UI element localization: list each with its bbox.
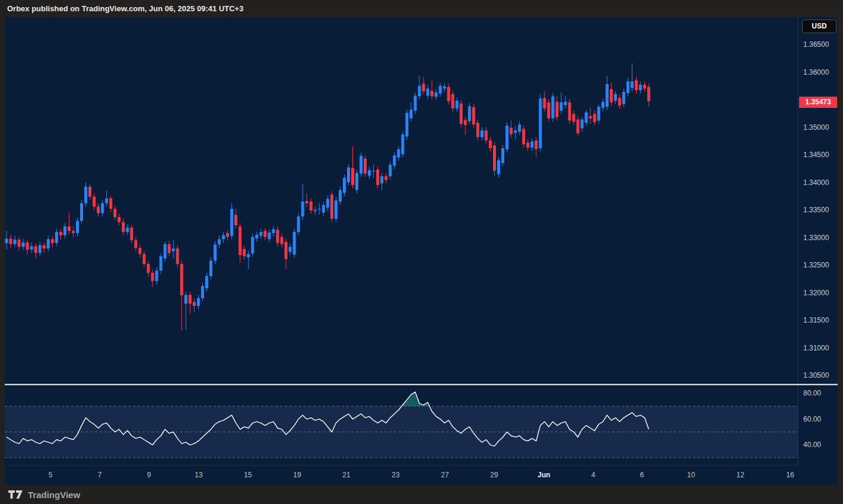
candle-body <box>418 86 421 97</box>
candle-body <box>447 87 450 101</box>
candle-body <box>518 125 521 132</box>
candle-body <box>614 94 617 101</box>
candle-body <box>409 110 412 119</box>
price-axis-label: 1.31500 <box>803 315 829 325</box>
candle-body <box>597 107 600 120</box>
candle-body <box>355 173 358 190</box>
candle-body <box>551 96 554 118</box>
candle-body <box>43 245 46 249</box>
candle-body <box>293 232 296 254</box>
price-axis-label: 1.32500 <box>803 260 829 270</box>
candle-body <box>526 143 529 148</box>
candle-body <box>631 81 634 88</box>
tradingview-wordmark: TradingView <box>28 490 80 500</box>
candle-body <box>568 103 571 121</box>
candle-body <box>193 302 196 306</box>
candle-body <box>347 167 350 182</box>
candle-body <box>168 244 171 253</box>
publish-text: Orbex published on TradingView.com, Jun … <box>7 4 243 13</box>
candle-body <box>413 95 416 110</box>
candle-body <box>360 156 362 174</box>
candle-body <box>510 127 513 134</box>
candle-body <box>138 248 141 254</box>
chart-panel[interactable] <box>5 17 838 485</box>
candle-body <box>184 295 187 304</box>
candle-body <box>130 228 133 240</box>
candle-body <box>585 112 588 123</box>
candle-body <box>84 187 87 203</box>
candle-body <box>97 206 100 213</box>
candle-body <box>76 221 79 233</box>
candle-body <box>489 141 492 148</box>
candle-body <box>535 141 537 149</box>
candle-body <box>472 107 475 125</box>
candle-body <box>234 215 237 225</box>
candle-body <box>626 81 629 93</box>
candle-body <box>276 229 279 243</box>
candle-body <box>559 103 562 111</box>
price-axis-label: 1.32000 <box>803 288 829 298</box>
candle-body <box>109 198 112 209</box>
candle-body <box>101 203 104 213</box>
candle-body <box>259 232 262 236</box>
price-axis-label: 1.35000 <box>803 123 829 132</box>
candle-body <box>314 210 317 211</box>
candle-body <box>72 231 75 233</box>
candle-body <box>401 135 404 154</box>
price-axis-label: 1.36500 <box>803 40 829 49</box>
candle-body <box>55 232 58 243</box>
candle-body <box>214 245 217 261</box>
candle-body <box>602 102 605 108</box>
last-price-tag: 1.35473 <box>799 97 837 108</box>
candle-body <box>572 114 575 122</box>
candle-body <box>238 227 241 255</box>
candle-body <box>113 209 116 217</box>
candle-body <box>431 91 434 96</box>
candle-body <box>610 89 613 102</box>
candle-body <box>80 203 83 221</box>
candle-body <box>285 242 288 259</box>
currency-button[interactable]: USD <box>802 20 836 33</box>
candle-body <box>255 235 258 239</box>
candle-body <box>497 160 500 174</box>
candle-body <box>555 102 558 117</box>
candle-body <box>647 87 650 101</box>
candle-body <box>326 199 329 208</box>
candle-body <box>68 227 71 231</box>
time-axis-label: 27 <box>441 470 448 480</box>
price-axis-label: 1.30500 <box>803 371 829 380</box>
candle-body <box>351 168 354 185</box>
candle-body <box>34 246 37 253</box>
candle-body <box>197 298 200 306</box>
candle-body <box>464 120 467 125</box>
candle-body <box>393 155 396 166</box>
publish-bar: Orbex published on TradingView.com, Jun … <box>0 0 843 17</box>
candle-body <box>397 149 400 158</box>
candle-body <box>189 295 192 304</box>
candle-body <box>443 87 446 89</box>
candle-body <box>505 126 508 149</box>
time-axis-label: 4 <box>591 470 596 480</box>
rsi-axis-label: 80.00 <box>803 388 821 398</box>
price-axis-label: 1.34000 <box>803 178 829 187</box>
candle-body <box>151 273 154 281</box>
rsi-axis-label: 40.00 <box>803 440 821 449</box>
candle-body <box>330 194 333 219</box>
candle-body <box>376 170 379 185</box>
candle-body <box>593 114 596 122</box>
time-axis-label: 16 <box>786 470 794 480</box>
candle-body <box>268 232 271 239</box>
candle-body <box>643 85 646 89</box>
time-axis-label: Jun <box>537 470 550 480</box>
price-axis-label: 1.31000 <box>803 343 829 353</box>
rsi-axis-label: 60.00 <box>803 414 821 424</box>
time-axis-label: 19 <box>293 470 301 480</box>
tradingview-logo[interactable] <box>8 490 23 499</box>
candle-body <box>501 148 504 163</box>
candlestick-chart[interactable] <box>5 17 838 485</box>
footer-bar: TradingView <box>0 485 843 504</box>
candle-body <box>468 106 471 121</box>
candle-body <box>606 84 609 107</box>
candle-body <box>280 237 283 244</box>
candle-body <box>160 256 163 270</box>
